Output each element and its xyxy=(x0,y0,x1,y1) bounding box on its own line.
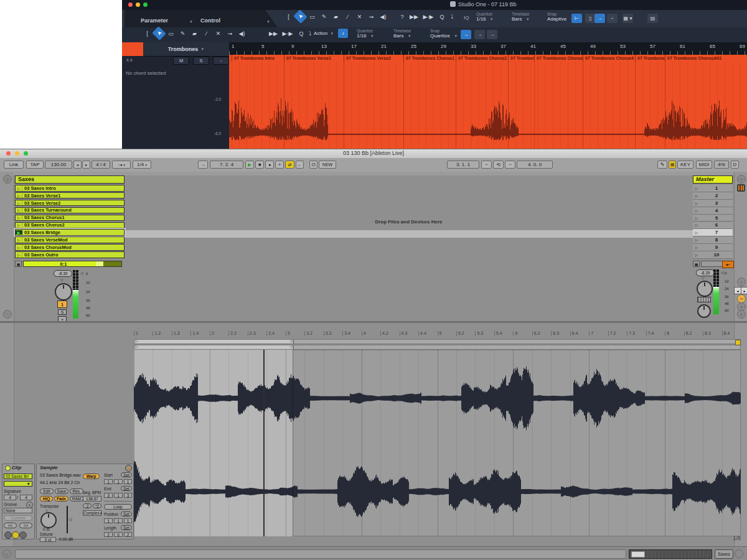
clip-play-icon[interactable]: ▷ xyxy=(16,194,22,198)
scene-play-icon[interactable]: ▷ xyxy=(693,201,700,205)
session-clip-slot[interactable]: ▷03 Saxes Turnaround xyxy=(15,207,125,214)
paint-tool[interactable]: ✎ xyxy=(177,29,188,38)
snap-split-button[interactable]: → xyxy=(487,30,497,39)
midi-map-button[interactable]: MIDI xyxy=(696,161,712,169)
scene-slot[interactable]: ▷8 xyxy=(693,236,733,244)
clipview-divider[interactable] xyxy=(0,321,747,323)
follow-button[interactable]: → xyxy=(198,161,208,169)
loop-brace-top[interactable]: ▷◁ xyxy=(134,339,741,344)
scene-slot[interactable]: ▷10 xyxy=(693,251,733,259)
eraser-tool[interactable]: ▰ xyxy=(331,12,341,21)
clip-play-icon[interactable]: ▷ xyxy=(16,215,22,220)
scene-play-icon[interactable]: ▷ xyxy=(693,186,700,190)
crossfade-b-toggle[interactable]: ▸ xyxy=(741,287,747,294)
arrangement-clip-tab[interactable]: 07 Trombones Verse1 xyxy=(284,55,344,62)
scene-play-icon[interactable]: ▷ xyxy=(693,238,700,242)
master-volume-field[interactable]: -8.39 xyxy=(696,269,715,276)
solo-button[interactable]: S xyxy=(193,57,209,65)
master-solo-button[interactable] xyxy=(697,297,711,302)
mute-tool[interactable]: ✕ xyxy=(213,29,223,38)
session-record-button[interactable]: O xyxy=(309,161,317,169)
arrangement-clip-tab[interactable]: 07 Trombones Verse2 xyxy=(344,55,403,62)
memory-button[interactable]: ▤ xyxy=(647,14,658,23)
clip-play-icon[interactable]: ▷ xyxy=(16,201,22,205)
position-sixteenths[interactable]: 1 xyxy=(124,518,132,523)
seg-bpm-field[interactable]: 138.67 xyxy=(83,496,101,502)
scene-play-icon[interactable]: ▷ xyxy=(693,230,700,235)
arrangement-clip-tab[interactable]: 07 Trombones Chorus2 xyxy=(456,55,508,62)
start-bars[interactable]: 1 xyxy=(104,479,113,484)
listen-tool[interactable]: ◀) xyxy=(237,29,247,38)
scene-slot[interactable]: ▷7 xyxy=(693,229,733,236)
arrangement-clip-tab[interactable]: 07 Trombones xyxy=(508,55,534,62)
quantize-combo-bottom[interactable]: Quantize 1/16 ▼ xyxy=(357,29,391,42)
mixer-overview-icon[interactable] xyxy=(737,184,745,192)
play-button[interactable]: ▶ xyxy=(245,161,254,169)
position-beats[interactable]: 1 xyxy=(114,518,123,523)
edit-button[interactable]: Edit xyxy=(40,488,54,494)
session-clip-slot[interactable]: ▷03 Saxes ChorusMod xyxy=(15,244,125,251)
snap-split-button[interactable]: ÷ xyxy=(607,14,618,23)
autoscroll-icon[interactable]: ⤵ xyxy=(446,12,458,21)
time-signature-field[interactable]: 4 / 4 xyxy=(92,161,110,169)
session-clip-slot[interactable]: ▷03 Saxes Chorus2 xyxy=(15,222,125,229)
signature-numerator[interactable]: 4 xyxy=(4,495,16,500)
half-tempo-button[interactable]: :2 xyxy=(83,503,92,508)
length-beats[interactable]: 0 xyxy=(114,532,123,537)
groove-chooser[interactable]: None xyxy=(4,508,32,513)
loop-button[interactable]: ⟲ xyxy=(493,161,504,169)
arrangement-clip-tab[interactable]: 07 Trombones Chorus4 xyxy=(583,55,635,62)
track-activator-button[interactable]: 1 xyxy=(57,301,67,308)
start-sixteenths[interactable]: 1 xyxy=(124,479,132,484)
action-menu[interactable]: Action▼ xyxy=(314,29,334,38)
trombones-waveform[interactable] xyxy=(229,62,747,149)
timebase-combo-top[interactable]: Timebase Bars ▼ xyxy=(512,12,546,26)
transpose-knob[interactable] xyxy=(40,512,57,528)
bracket-icon[interactable]: [ xyxy=(142,29,153,38)
loop-brace-bottom[interactable]: ▷◁ xyxy=(134,345,741,350)
session-clip-slot[interactable]: ▷03 Saxes VerseMod xyxy=(15,236,125,243)
paint-tool[interactable]: ✎ xyxy=(319,12,329,21)
chevron-down-icon[interactable]: ▼ xyxy=(200,47,204,51)
end-beats[interactable]: 1 xyxy=(114,493,123,498)
warp-mode-menu[interactable]: Complex▼ xyxy=(83,510,101,516)
io-show-toggle[interactable]: + xyxy=(737,278,746,286)
track-pan-knob[interactable] xyxy=(55,283,72,301)
info-view-toggle[interactable]: ▷ xyxy=(2,549,11,558)
detune-field[interactable]: 0 ct xyxy=(40,537,56,542)
clip-play-icon[interactable]: ▶ xyxy=(16,230,22,235)
new-button[interactable]: NEW xyxy=(319,161,336,169)
split-tool[interactable]: ∕ xyxy=(342,12,353,21)
end-marker[interactable] xyxy=(735,340,741,345)
clip-play-icon[interactable]: ▷ xyxy=(16,245,22,250)
arrangement-clip-tab[interactable]: 07 Trombones xyxy=(635,55,665,62)
session-clip-slot[interactable]: ▷03 Saxes Outro xyxy=(15,251,125,258)
track-header-saxes[interactable]: Saxes xyxy=(15,175,125,184)
fade-button[interactable]: Fade xyxy=(54,496,68,502)
snap-left-button[interactable]: ⊢ xyxy=(571,14,582,23)
track-volume-field[interactable]: -8.30 xyxy=(54,270,72,277)
timebase-combo-bottom[interactable]: Timebase Bars ▼ xyxy=(393,29,428,42)
key-map-button[interactable]: KEY xyxy=(677,161,693,169)
scene-slot[interactable]: ▷4 xyxy=(693,207,733,215)
punch-in-button[interactable]: ~ xyxy=(481,161,492,169)
end-set-button[interactable]: Set xyxy=(121,486,132,491)
session-clip-slot[interactable]: ▷03 Saxes Verse1 xyxy=(15,192,125,199)
chevron-down-icon[interactable]: ▼ xyxy=(266,20,270,24)
position-bars[interactable]: 1 xyxy=(104,518,113,523)
loop-start-field[interactable]: 3. 1. 1 xyxy=(447,161,479,169)
master-pan-knob[interactable] xyxy=(697,281,713,297)
cue-volume-knob[interactable] xyxy=(697,304,711,318)
clip-color-chooser[interactable]: ▼ xyxy=(4,481,32,487)
scene-slot[interactable]: ▷3 xyxy=(693,200,733,207)
range-tool[interactable]: ▭ xyxy=(166,29,176,38)
mute-button[interactable]: M xyxy=(173,57,189,65)
browser-show-toggle[interactable]: ▽ xyxy=(3,175,12,184)
end-bars[interactable]: 3 xyxy=(104,493,113,498)
session-clip-slot[interactable]: ▷03 Saxes Intro xyxy=(15,185,125,192)
saxes-track-button[interactable]: Saxes xyxy=(715,549,733,559)
hiq-button[interactable]: HiQ xyxy=(40,496,53,502)
session-clip-slot[interactable]: ▷03 Saxes Chorus1 xyxy=(15,215,125,222)
help-icon[interactable]: ? xyxy=(396,12,408,21)
stop-button[interactable]: ■ xyxy=(255,161,264,169)
